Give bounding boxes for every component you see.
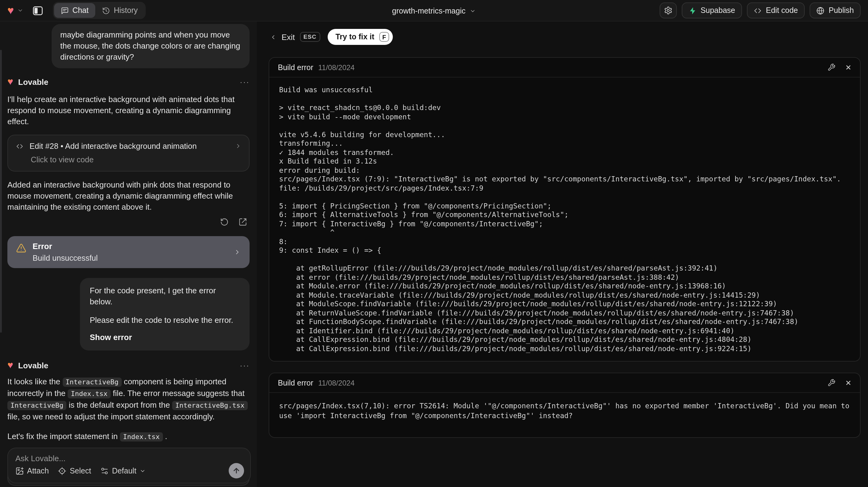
panel-body: Build was unsuccessful > vite_react_shad… xyxy=(269,78,860,361)
chevron-right-icon xyxy=(234,248,241,256)
publish-button[interactable]: Publish xyxy=(810,2,861,19)
build-log: src/pages/Index.tsx(7,10): error TS2614:… xyxy=(279,401,850,429)
assistant-explanation-text: It looks like the InteractiveBg componen… xyxy=(7,376,250,422)
chevron-down-icon xyxy=(140,468,146,474)
user-error-line1: For the code present, I get the error be… xyxy=(90,285,240,307)
code-brackets-icon xyxy=(16,142,24,150)
chat-scrollbar[interactable] xyxy=(0,50,2,333)
chat-input[interactable]: Ask Lovable... xyxy=(16,454,243,463)
assistant-summary-text: Added an interactive background with pin… xyxy=(7,180,250,213)
build-error-panel-2: Build error 11/08/2024 ✕ src/pages/Index… xyxy=(269,373,861,438)
build-error-panel-1: Build error 11/08/2024 ✕ Build was unsuc… xyxy=(269,57,861,362)
composer-toolbar: Attach Select Default xyxy=(16,463,244,478)
logo-chevron-down-icon[interactable] xyxy=(17,7,23,13)
panel-date: 11/08/2024 xyxy=(318,378,354,387)
topbar-actions: Supabase Edit code Publish xyxy=(659,2,861,19)
topbar: ♥ Chat History growth-metri xyxy=(0,0,868,22)
build-error-card[interactable]: Error Build unsuccessful xyxy=(7,236,250,268)
panel-left-icon xyxy=(33,6,43,15)
globe-icon xyxy=(816,6,824,14)
edit-code-button[interactable]: Edit code xyxy=(747,2,805,19)
lovable-logo-heart-icon[interactable]: ♥ xyxy=(7,5,14,16)
open-external-link-icon[interactable] xyxy=(239,218,247,226)
close-icon[interactable]: ✕ xyxy=(845,378,851,387)
gear-icon xyxy=(663,6,672,15)
tab-history[interactable]: History xyxy=(95,3,145,18)
assistant-intro-text: I'll help create an interactive backgrou… xyxy=(7,94,250,127)
supabase-button[interactable]: Supabase xyxy=(681,2,742,19)
chevron-right-icon xyxy=(235,143,242,149)
assistant-name: Lovable xyxy=(18,77,48,86)
panel-body: src/pages/Index.tsx(7,10): error TS2614:… xyxy=(269,393,860,437)
attach-button[interactable]: Attach xyxy=(16,466,49,475)
chat-panel: maybe diagramming points and when you mo… xyxy=(0,22,257,487)
error-card-subtitle: Build unsuccessful xyxy=(33,253,98,263)
exit-button[interactable]: Exit ESC xyxy=(270,32,320,42)
sidebar-toggle-button[interactable] xyxy=(29,2,46,19)
assistant-header: ♥ Lovable ··· xyxy=(7,360,250,370)
message-menu-button[interactable]: ··· xyxy=(240,361,250,370)
esc-key-badge: ESC xyxy=(300,32,320,42)
edit-28-card[interactable]: Edit #28 • Add interactive background an… xyxy=(7,135,250,172)
preview-panel: Exit ESC Try to fix it F Build error 11/… xyxy=(257,22,868,487)
user-message: maybe diagramming points and when you mo… xyxy=(52,24,250,68)
message-actions xyxy=(7,218,250,226)
chat-history-tabs: Chat History xyxy=(53,2,146,19)
project-name[interactable]: growth-metrics-magic xyxy=(392,6,466,15)
assistant-fix-text: Let's fix the import statement in Index.… xyxy=(7,431,250,443)
user-error-line2: Please edit the code to resolve the erro… xyxy=(90,315,240,326)
try-to-fix-button[interactable]: Try to fix it F xyxy=(327,29,393,45)
close-icon[interactable]: ✕ xyxy=(845,63,851,72)
panel-header: Build error 11/08/2024 ✕ xyxy=(269,373,860,393)
lovable-avatar-heart-icon: ♥ xyxy=(7,360,13,370)
target-crosshair-icon xyxy=(58,466,67,475)
error-fix-bar: Exit ESC Try to fix it F xyxy=(269,28,861,45)
settings-button[interactable] xyxy=(659,2,677,19)
send-button[interactable] xyxy=(229,463,244,478)
sliders-icon xyxy=(100,466,109,475)
error-card-title: Error xyxy=(33,242,98,251)
history-clock-icon xyxy=(102,6,110,14)
panel-title: Build error xyxy=(278,378,313,387)
assistant-header: ♥ Lovable ··· xyxy=(7,77,250,87)
select-element-button[interactable]: Select xyxy=(58,466,91,475)
fix-wrench-icon[interactable] xyxy=(828,63,835,71)
edit-card-subtitle: Click to view code xyxy=(31,155,242,164)
mode-default-dropdown[interactable]: Default xyxy=(100,466,145,475)
message-menu-button[interactable]: ··· xyxy=(240,77,250,86)
supabase-bolt-icon xyxy=(688,6,696,14)
assistant-name: Lovable xyxy=(18,361,48,370)
chat-bubble-icon xyxy=(61,6,68,14)
code-brackets-icon xyxy=(754,6,762,14)
chevron-left-icon xyxy=(270,33,277,40)
image-plus-icon xyxy=(16,466,24,475)
edit-card-title: Edit #28 • Add interactive background an… xyxy=(30,142,197,151)
tab-chat[interactable]: Chat xyxy=(54,3,95,18)
app-window: ♥ Chat History growth-metri xyxy=(0,0,868,487)
chat-composer: Ask Lovable... Attach Select xyxy=(7,448,251,483)
arrow-up-icon xyxy=(232,467,240,475)
panel-title: Build error xyxy=(278,63,313,72)
lovable-avatar-heart-icon: ♥ xyxy=(7,77,13,87)
user-message: For the code present, I get the error be… xyxy=(80,278,250,351)
panel-date: 11/08/2024 xyxy=(318,63,354,72)
build-log: Build was unsuccessful > vite_react_shad… xyxy=(279,86,850,353)
project-chevron-down-icon[interactable] xyxy=(470,8,476,14)
f-key-badge: F xyxy=(379,32,389,42)
warning-triangle-icon xyxy=(16,243,26,253)
fix-wrench-icon[interactable] xyxy=(828,379,835,387)
panel-header: Build error 11/08/2024 ✕ xyxy=(269,58,860,78)
show-error-link[interactable]: Show error xyxy=(90,332,240,343)
restore-rotate-ccw-icon[interactable] xyxy=(220,218,229,226)
